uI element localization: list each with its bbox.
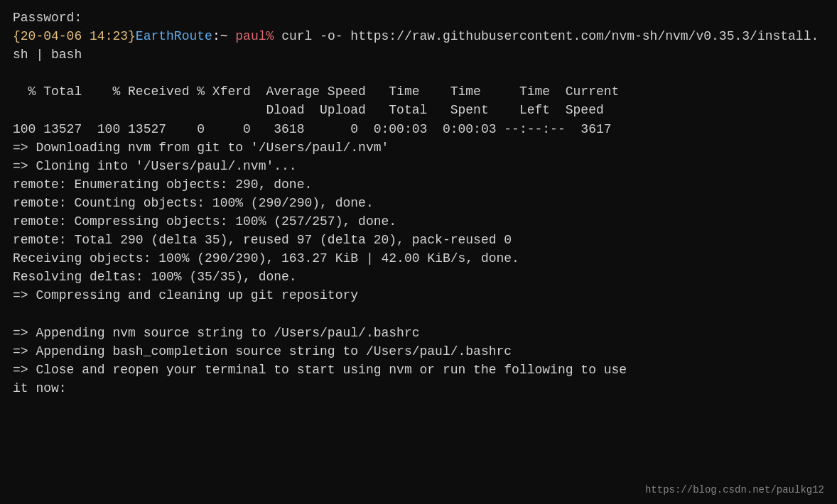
password-line: Password: <box>13 9 824 27</box>
timestamp: 20-04-06 14:23 <box>21 29 128 43</box>
resolving-line: Resolving deltas: 100% (35/35), done. <box>13 268 824 286</box>
it-now-line: it now: <box>13 379 824 398</box>
prompt-line: {20-04-06 14:23}EarthRoute:~ paul% curl … <box>13 27 824 64</box>
remote-count-line: remote: Counting objects: 100% (290/290)… <box>13 194 824 212</box>
bracket-close: } <box>128 29 136 43</box>
username: paul <box>235 29 266 43</box>
footer-url: https://blog.csdn.net/paulkg12 <box>645 483 824 497</box>
cloning-line: => Cloning into '/Users/paul/.nvm'... <box>13 157 824 175</box>
path-separator: :~ <box>212 29 235 43</box>
blank-line-2 <box>13 305 824 324</box>
curl-header-1: % Total % Received % Xferd Average Speed… <box>13 82 824 101</box>
remote-enum-line: remote: Enumerating objects: 290, done. <box>13 175 824 194</box>
compressing-line: => Compressing and cleaning up git repos… <box>13 286 824 305</box>
hostname: EarthRoute <box>136 29 212 43</box>
close-reopen-line: => Close and reopen your terminal to sta… <box>13 361 824 379</box>
curl-data: 100 13527 100 13527 0 0 3618 0 0:00:03 0… <box>13 120 824 138</box>
blank-line-1 <box>13 64 824 82</box>
receiving-line: Receiving objects: 100% (290/290), 163.2… <box>13 249 824 268</box>
curl-header-2: Dload Upload Total Spent Left Speed <box>13 101 824 119</box>
nvm-download-line: => Downloading nvm from git to '/Users/p… <box>13 138 824 157</box>
append-bash-line: => Appending bash_completion source stri… <box>13 342 824 361</box>
bracket-open: { <box>13 29 21 43</box>
remote-compress-line: remote: Compressing objects: 100% (257/2… <box>13 212 824 231</box>
dollar-sign: % <box>266 29 282 43</box>
terminal-window: Password: {20-04-06 14:23}EarthRoute:~ p… <box>0 0 837 504</box>
append-nvm-line: => Appending nvm source string to /Users… <box>13 324 824 342</box>
remote-total-line: remote: Total 290 (delta 35), reused 97 … <box>13 231 824 249</box>
